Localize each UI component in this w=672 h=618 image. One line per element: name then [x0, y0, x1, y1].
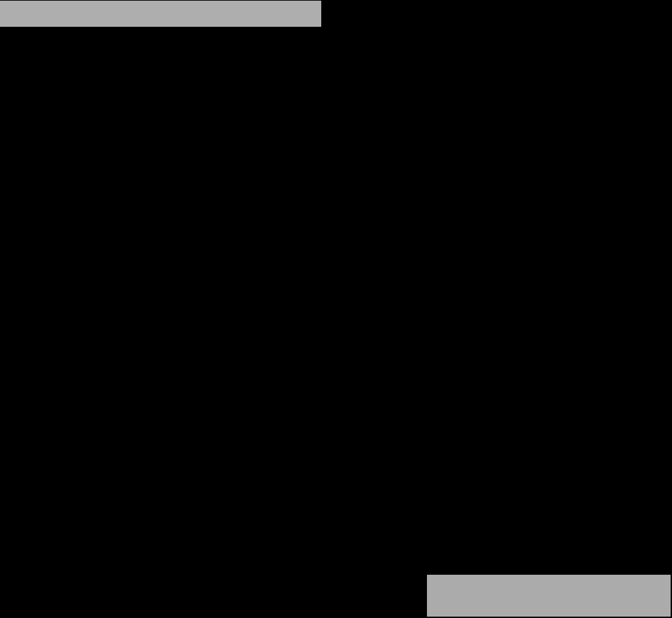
- wrf-weather-map-view: [0, 0, 672, 618]
- cape-color-legend: [427, 575, 671, 617]
- map-title-overlay: [0, 1, 321, 27]
